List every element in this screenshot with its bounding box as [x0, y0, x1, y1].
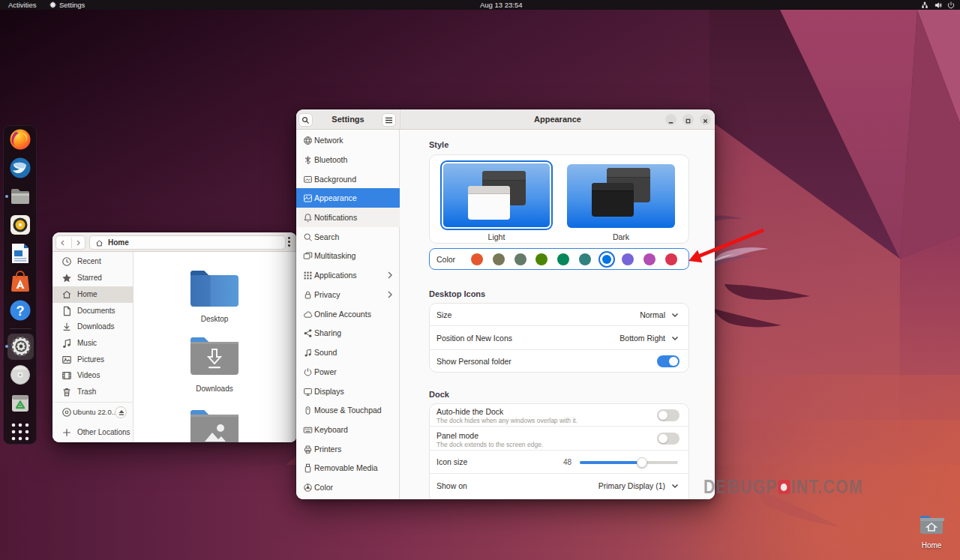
svg-text:?: ? [16, 304, 25, 319]
